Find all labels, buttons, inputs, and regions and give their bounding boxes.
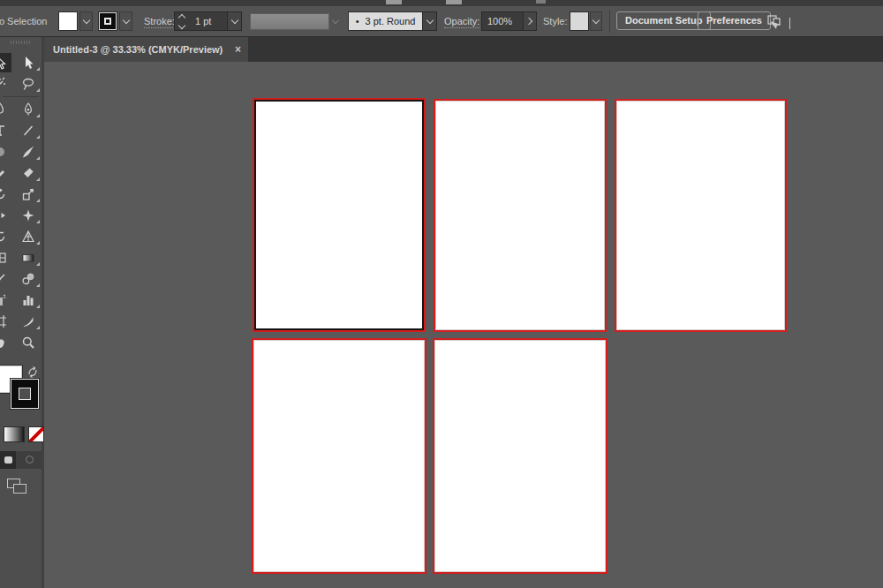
canvas xyxy=(44,62,883,588)
screen-mode-button[interactable] xyxy=(0,477,42,498)
tool-row xyxy=(0,205,42,226)
tool-symbol-sprayer[interactable] xyxy=(0,290,11,310)
opacity-label[interactable]: Opacity: xyxy=(444,16,479,28)
chevron-down-icon xyxy=(82,16,89,23)
tool-row xyxy=(0,268,42,290)
stroke-weight-group: 1 pt xyxy=(174,11,242,31)
tool-artboard[interactable] xyxy=(0,312,11,331)
tab-title: Untitled-3 @ 33.33% (CMYK/Preview) xyxy=(53,44,223,55)
stroke-weight-value[interactable]: 1 pt xyxy=(188,12,227,30)
tool-row xyxy=(0,332,42,353)
tool-column-graph[interactable] xyxy=(15,290,42,310)
tool-free-transform[interactable] xyxy=(15,206,42,225)
isolate-selection-icon[interactable] xyxy=(765,13,784,31)
screen-mode-icon xyxy=(13,484,26,494)
artboard-4[interactable] xyxy=(252,338,426,574)
document-tab[interactable]: Untitled-3 @ 33.33% (CMYK/Preview) × xyxy=(44,37,248,62)
tool-hand[interactable] xyxy=(0,333,11,352)
stroke-label[interactable]: Stroke: xyxy=(144,16,175,28)
tool-width[interactable] xyxy=(0,206,11,225)
tool-lasso[interactable] xyxy=(15,74,42,94)
tool-row xyxy=(0,52,42,73)
brush-dot-icon: • xyxy=(356,16,359,26)
fill-color-dropdown[interactable] xyxy=(79,11,93,31)
divider xyxy=(3,96,39,97)
tool-mesh[interactable] xyxy=(0,248,11,268)
tool-row xyxy=(0,99,42,120)
artboard-1[interactable] xyxy=(253,98,426,332)
style-dropdown[interactable] xyxy=(590,11,602,31)
tool-slice[interactable] xyxy=(15,312,42,331)
tool-curvature[interactable] xyxy=(15,100,42,119)
tool-row xyxy=(0,184,42,205)
tool-selection[interactable] xyxy=(0,53,11,72)
none-button[interactable] xyxy=(29,427,43,441)
tool-rotate[interactable] xyxy=(0,185,11,204)
draw-normal-icon xyxy=(4,456,12,464)
tool-row xyxy=(0,141,42,162)
stroke-color-swatch[interactable] xyxy=(98,11,117,31)
app-bar-sliver xyxy=(0,0,883,6)
brush-definition-field[interactable]: • 3 pt. Round xyxy=(349,12,422,30)
tab-bar: Untitled-3 @ 33.33% (CMYK/Preview) × xyxy=(44,37,883,62)
color-mode-row xyxy=(0,427,42,443)
drawing-modes xyxy=(0,451,42,469)
control-bar: No Selection Stroke: 1 pt • 3 pt. Round … xyxy=(0,6,883,37)
tool-direct-selection[interactable] xyxy=(15,53,42,72)
brush-group: • 3 pt. Round xyxy=(348,11,437,31)
tool-row xyxy=(0,73,42,94)
tool-shape-builder[interactable] xyxy=(0,227,11,246)
tab-close-icon[interactable]: × xyxy=(235,37,241,62)
tool-type[interactable] xyxy=(0,121,11,140)
tool-scale[interactable] xyxy=(15,185,42,204)
width-profile-dropdown xyxy=(329,13,342,30)
chevron-right-icon xyxy=(525,18,532,25)
tool-eyedropper[interactable] xyxy=(0,269,11,289)
brush-dropdown[interactable] xyxy=(422,12,436,30)
chevron-up-icon xyxy=(177,13,185,20)
stroke-ring-icon xyxy=(104,18,111,25)
artboard-3[interactable] xyxy=(615,99,787,332)
chevron-down-icon xyxy=(230,16,238,23)
panel-grip[interactable] xyxy=(11,41,32,44)
tool-gradient[interactable] xyxy=(15,248,42,268)
stroke-weight-dropdown[interactable] xyxy=(227,12,241,30)
fill-color-swatch[interactable] xyxy=(58,11,78,31)
tool-rectangle[interactable] xyxy=(0,142,11,162)
tool-row xyxy=(0,162,42,184)
tool-row xyxy=(0,226,42,247)
style-label: Style: xyxy=(543,16,568,26)
tool-eraser[interactable] xyxy=(15,163,42,183)
style-swatch[interactable] xyxy=(570,11,589,31)
gradient-button[interactable] xyxy=(4,427,24,441)
brush-name: 3 pt. Round xyxy=(366,16,416,26)
divider xyxy=(609,11,610,33)
tool-line-segment[interactable] xyxy=(15,121,42,140)
tool-pen[interactable] xyxy=(0,100,11,119)
tool-row xyxy=(0,290,42,311)
chevron-down-icon xyxy=(426,16,433,23)
stroke-weight-stepper[interactable] xyxy=(175,12,188,30)
tools-panel xyxy=(0,37,44,588)
tool-shaper[interactable] xyxy=(0,163,11,183)
draw-behind-button[interactable] xyxy=(26,456,34,464)
chevron-down-icon xyxy=(177,21,185,28)
tool-paintbrush[interactable] xyxy=(15,142,42,162)
isolate-dropdown[interactable] xyxy=(789,18,790,28)
tool-magic-wand[interactable] xyxy=(0,74,11,94)
tool-perspective-grid[interactable] xyxy=(15,227,42,246)
stroke-swatch[interactable] xyxy=(11,379,39,409)
artboard-5[interactable] xyxy=(433,338,608,574)
tool-blend[interactable] xyxy=(15,269,42,289)
tool-zoom[interactable] xyxy=(15,333,42,352)
artboard-2[interactable] xyxy=(434,99,607,332)
stroke-color-dropdown[interactable] xyxy=(119,11,132,31)
draw-normal-button[interactable] xyxy=(0,451,16,469)
chevron-down-icon xyxy=(122,16,129,23)
opacity-expand[interactable] xyxy=(523,12,536,30)
preferences-button[interactable]: Preferences xyxy=(698,11,771,30)
appbar-icon-fragment xyxy=(446,0,462,4)
tool-row xyxy=(0,311,42,332)
chevron-down-icon xyxy=(592,16,600,23)
opacity-value[interactable]: 100% xyxy=(482,12,523,30)
